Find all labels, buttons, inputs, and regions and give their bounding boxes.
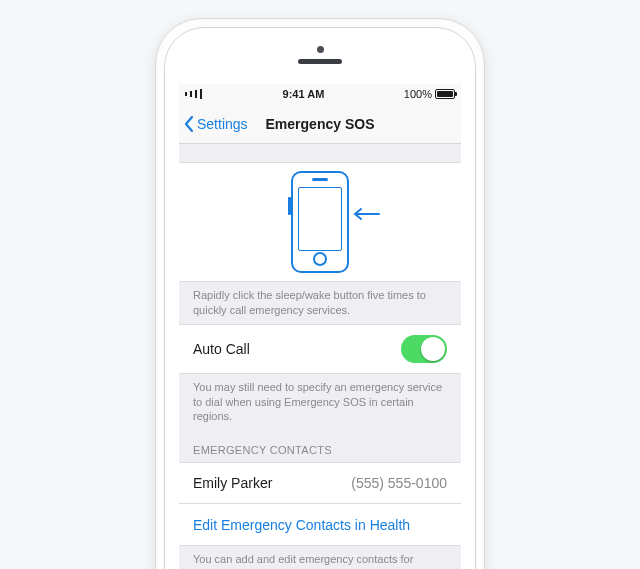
auto-call-footer: You may still need to specify an emergen… [179, 374, 461, 431]
contacts-footer-text: You can add and edit emergency contacts … [193, 553, 431, 569]
auto-call-toggle[interactable] [401, 335, 447, 363]
status-bar: 9:41 AM 100% [179, 84, 461, 104]
auto-call-row[interactable]: Auto Call [179, 324, 461, 374]
arrow-left-icon [353, 207, 381, 221]
content-scroll[interactable]: Rapidly click the sleep/wake button five… [179, 144, 461, 569]
contacts-header: EMERGENCY CONTACTS [179, 430, 461, 462]
screen: 9:41 AM 100% Settings Emergency SOS [179, 84, 461, 569]
contacts-footer: You can add and edit emergency contacts … [179, 546, 461, 569]
back-label: Settings [197, 116, 248, 132]
status-time: 9:41 AM [203, 88, 404, 100]
device-frame: 9:41 AM 100% Settings Emergency SOS [155, 18, 485, 569]
sos-illustration [179, 162, 461, 282]
illustration-footer: Rapidly click the sleep/wake button five… [179, 282, 461, 324]
edit-contacts-button[interactable]: Edit Emergency Contacts in Health [179, 504, 461, 546]
auto-call-label: Auto Call [193, 341, 401, 357]
edit-contacts-label: Edit Emergency Contacts in Health [193, 517, 410, 533]
nav-bar: Settings Emergency SOS [179, 104, 461, 144]
contact-row[interactable]: Emily Parker (555) 555-0100 [179, 462, 461, 504]
contact-name: Emily Parker [193, 475, 351, 491]
contact-phone: (555) 555-0100 [351, 475, 447, 491]
battery-icon [435, 89, 455, 99]
signal-strength-icon [185, 89, 203, 99]
back-button[interactable]: Settings [179, 115, 248, 133]
speaker-grille-icon [298, 59, 342, 64]
device-bezel: 9:41 AM 100% Settings Emergency SOS [164, 27, 476, 569]
battery-percent: 100% [404, 88, 432, 100]
chevron-left-icon [183, 115, 195, 133]
camera-dot-icon [317, 46, 324, 53]
phone-outline-icon [291, 171, 349, 273]
device-sensors [165, 46, 475, 64]
